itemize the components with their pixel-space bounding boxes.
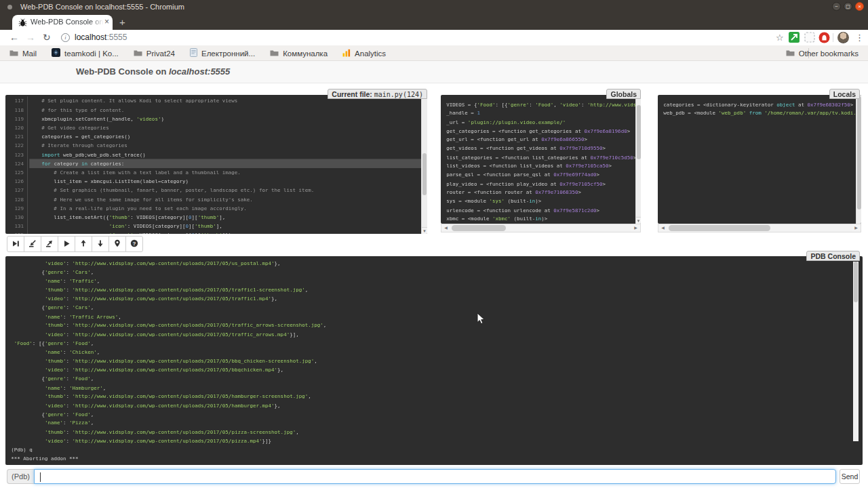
- bookmark-item[interactable]: teamkodi | Ko...: [52, 47, 119, 60]
- source-code-panel: 1171181191201211221231241251261271281291…: [5, 95, 427, 234]
- console-line: 'name': 'Hamburger',: [11, 383, 863, 392]
- console-line: 'name': 'Traffic Arrows',: [11, 312, 863, 321]
- bookmark-item[interactable]: Mail: [9, 47, 37, 60]
- folder-icon: [9, 47, 18, 60]
- profile-avatar[interactable]: [837, 32, 849, 43]
- line-number: 118: [5, 105, 24, 114]
- console-line: {'genre': 'Food',: [11, 374, 863, 383]
- globals-panel: VIDEOS = {'Food': [{'genre': 'Food', 'vi…: [441, 95, 641, 224]
- send-button[interactable]: Send: [840, 469, 860, 484]
- red-circle-extension-icon[interactable]: [818, 32, 830, 46]
- reload-icon[interactable]: ↻: [43, 30, 51, 45]
- code-line: # Create a list item with a text label a…: [29, 168, 427, 177]
- globals-line: parse_qsl = <function parse_qsl at 0x7f9…: [446, 170, 641, 179]
- bookmark-star-icon[interactable]: ☆: [776, 30, 784, 45]
- disabled-extension-icon[interactable]: [804, 32, 815, 45]
- code-vertical-scrollbar[interactable]: ▼: [421, 95, 427, 234]
- globals-line: router = <function router at 0x7f9e71068…: [446, 188, 641, 197]
- line-number: 131: [5, 222, 24, 230]
- locals-vertical-scrollbar[interactable]: [856, 95, 861, 224]
- svg-text:?: ?: [133, 240, 136, 246]
- locals-panel: categories = <dictionary-keyiterator obj…: [658, 95, 861, 224]
- scroll-right-arrow-icon[interactable]: ▶: [852, 224, 861, 232]
- line-number: 123: [5, 150, 24, 159]
- locals-line: web_pdb = <module 'web_pdb' from '/home/…: [663, 108, 861, 117]
- down-button[interactable]: [92, 236, 109, 252]
- globals-line: sys = <module 'sys' (built-in)>: [446, 197, 641, 205]
- code-line: 'icon': VIDEOS[category][0]['thumb'],: [29, 222, 427, 230]
- browser-tab[interactable]: Web-PDB Console on loca ×: [12, 15, 113, 30]
- code-line: categories = get_categories(): [29, 132, 427, 141]
- console-line: 'video': 'http://www.vidsplay.com/wp-con…: [11, 401, 863, 409]
- globals-horizontal-scrollbar[interactable]: ◀ ▶: [441, 224, 641, 232]
- page-header: Web-PDB Console on localhost:5555: [0, 61, 868, 83]
- console-vertical-scrollbar[interactable]: [853, 262, 859, 441]
- globals-line: get_url = <function get_url at 0x7f9e6a8…: [446, 135, 641, 144]
- close-button[interactable]: ×: [855, 2, 864, 11]
- globals-line: get_videos = <function get_videos at 0x7…: [446, 144, 641, 152]
- globals-line: urlencode = <function urlencode at 0x7f9…: [446, 205, 641, 214]
- line-number: 128: [5, 195, 24, 203]
- pdb-command-input[interactable]: [34, 469, 836, 484]
- debugger-toolbar: ?: [7, 236, 143, 252]
- help-button[interactable]: ?: [125, 236, 143, 252]
- console-line: 'thumb': 'http://www.vidsplay.com/wp-con…: [11, 392, 863, 401]
- bookmark-item[interactable]: Електронний...: [190, 47, 255, 60]
- console-line: 'Food': [{'genre': 'Food',: [11, 339, 863, 348]
- where-button[interactable]: [108, 236, 126, 252]
- scroll-right-arrow-icon[interactable]: ▶: [631, 224, 640, 232]
- console-line: {'genre': 'Food',: [11, 409, 863, 418]
- arrow-down-icon: [96, 239, 104, 249]
- new-tab-button[interactable]: +: [119, 15, 125, 30]
- scroll-down-arrow-icon[interactable]: ▼: [636, 217, 641, 224]
- line-number: 119: [5, 115, 24, 123]
- other-bookmarks-button[interactable]: Other bookmarks: [786, 45, 859, 61]
- code-line: list_item.setArt({'thumb': VIDEOS[catego…: [29, 213, 427, 222]
- mouse-cursor: [477, 312, 486, 327]
- code-line: list_item = xbmcgui.ListItem(label=categ…: [29, 177, 427, 186]
- analytics-icon: [342, 47, 351, 60]
- scroll-left-arrow-icon[interactable]: ◀: [658, 224, 667, 232]
- globals-line: _handle = 1: [446, 108, 641, 117]
- navigation-bar: ← → ↻ i localhost:5555 ☆ ⋮: [0, 30, 868, 45]
- page-info-icon[interactable]: i: [61, 33, 70, 42]
- line-number: 120: [5, 123, 24, 132]
- line-number: 130: [5, 213, 24, 222]
- play-icon: [63, 239, 71, 249]
- bookmark-item[interactable]: Privat24: [134, 47, 175, 60]
- globals-lines: VIDEOS = {'Food': [{'genre': 'Food', 'vi…: [441, 95, 641, 223]
- help-icon: ?: [130, 239, 138, 249]
- continue-button[interactable]: [58, 236, 75, 252]
- bookmark-item[interactable]: Коммуналка: [270, 47, 328, 60]
- back-icon[interactable]: ←: [9, 30, 19, 45]
- step-button[interactable]: [24, 236, 41, 252]
- pdb-command-input-field[interactable]: [39, 470, 825, 483]
- tab-close-icon[interactable]: ×: [104, 17, 109, 27]
- browser-menu-icon[interactable]: ⋮: [855, 30, 864, 45]
- next-button[interactable]: [7, 236, 24, 252]
- up-button[interactable]: [75, 236, 92, 252]
- green-arrow-extension-icon[interactable]: [789, 32, 800, 45]
- code-line: # Iterate through categories: [29, 141, 427, 150]
- tab-bar: Web-PDB Console on loca × +: [0, 14, 868, 30]
- folder-icon: [270, 47, 279, 60]
- globals-vertical-scrollbar[interactable]: ▼: [635, 95, 641, 224]
- maximize-button[interactable]: ◻: [844, 2, 852, 11]
- locals-horizontal-scrollbar[interactable]: ◀ ▶: [658, 224, 861, 232]
- console-line: 'thumb': 'http://www.vidsplay.com/wp-con…: [11, 428, 863, 436]
- console-line: (Pdb) q: [11, 445, 863, 454]
- forward-icon[interactable]: →: [26, 30, 35, 45]
- line-number: 125: [5, 168, 24, 177]
- bookmark-item[interactable]: Analytics: [342, 47, 386, 60]
- code-line: # In a real-life plugin you need to set …: [29, 204, 427, 213]
- globals-line: xbmc = <module 'xbmc' (built-in)>: [446, 214, 641, 223]
- pdb-console-tag: PDB Console: [806, 251, 860, 261]
- code-line: for category in categories:: [29, 159, 427, 168]
- return-button[interactable]: [41, 236, 58, 252]
- scroll-left-arrow-icon[interactable]: ◀: [441, 224, 450, 232]
- scroll-down-arrow-icon[interactable]: ▼: [422, 227, 427, 234]
- code-line: # for this type of content.: [29, 105, 427, 114]
- globals-line: list_categories = <function list_categor…: [446, 152, 641, 161]
- minimize-button[interactable]: −: [832, 2, 841, 11]
- line-number: 132: [5, 230, 24, 234]
